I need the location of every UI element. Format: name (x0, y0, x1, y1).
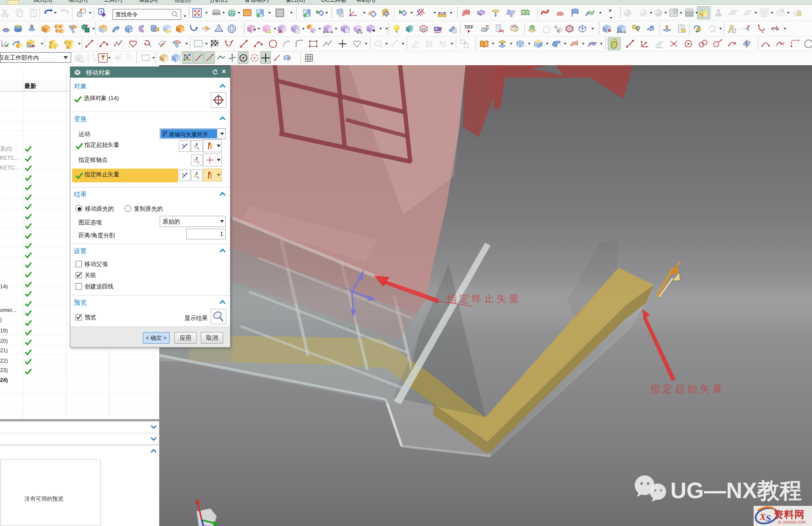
svg-text:TIFF: TIFF (464, 25, 473, 30)
svg-text:ABC: ABC (27, 45, 33, 47)
svg-text:S: S (766, 513, 771, 523)
svg-text:i: i (100, 9, 102, 14)
